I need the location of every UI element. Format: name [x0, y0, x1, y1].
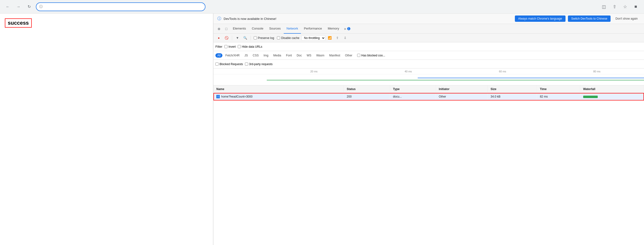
- extensions-icon[interactable]: ■: [632, 2, 640, 11]
- blocked-requests-checkbox[interactable]: [216, 62, 218, 66]
- invert-text: Invert: [228, 45, 236, 48]
- dismiss-button[interactable]: Don't show again: [613, 15, 640, 22]
- type-btn-ws[interactable]: WS: [305, 53, 313, 58]
- cell-time: 82 ms: [537, 93, 580, 100]
- disable-cache-checkbox[interactable]: [277, 36, 280, 39]
- throttle-select[interactable]: No throttling Online Fast 3G Slow 3G Off…: [302, 35, 326, 41]
- timeline-chart: [267, 74, 644, 85]
- back-button[interactable]: ←: [4, 3, 12, 11]
- clear-button[interactable]: 🚫: [223, 35, 230, 41]
- third-party-text: 3rd-party requests: [249, 62, 272, 66]
- timeline-ruler: 20 ms 40 ms 60 ms 80 ms: [214, 68, 644, 74]
- disable-cache-text: Disable cache: [281, 36, 299, 40]
- url-input[interactable]: localhost/home?headCount=3000: [44, 4, 202, 9]
- request-name: home?headCount=3000: [221, 95, 252, 98]
- wifi-icon[interactable]: 📶: [326, 35, 333, 41]
- refresh-button[interactable]: ↻: [25, 3, 33, 11]
- preserve-log-checkbox[interactable]: [254, 36, 257, 39]
- network-table: Name Status Type Initiator Size Time Wat…: [214, 85, 644, 245]
- has-blocked-cookie-checkbox[interactable]: [357, 54, 360, 57]
- screen-share-icon[interactable]: ◫: [600, 2, 608, 11]
- devtools-tabs: ⊕ □ Elements Console Sources Network Per…: [214, 24, 644, 34]
- doc-icon: ☷: [216, 95, 220, 98]
- timeline-mark-40: 40 ms: [361, 70, 455, 73]
- notification-icon: ⓘ: [217, 16, 221, 21]
- tab-memory[interactable]: Memory: [325, 24, 342, 34]
- blocked-bar: Blocked Requests 3rd-party requests: [214, 60, 644, 68]
- cell-name: ☷ home?headCount=3000: [214, 93, 344, 100]
- share-icon[interactable]: ⇧: [610, 2, 619, 11]
- type-btn-js[interactable]: JS: [242, 53, 250, 58]
- tab-cursor-icon[interactable]: ⊕: [216, 25, 223, 32]
- tab-more[interactable]: » 1: [342, 24, 352, 34]
- hide-data-urls-checkbox[interactable]: [238, 45, 241, 48]
- switch-chinese-button[interactable]: Switch DevTools to Chinese: [568, 15, 611, 22]
- type-btn-other[interactable]: Other: [343, 53, 354, 58]
- col-time: Time: [537, 85, 580, 93]
- download-icon[interactable]: ⇩: [342, 35, 349, 41]
- tab-performance-label: Performance: [304, 27, 322, 30]
- invert-checkbox[interactable]: [224, 45, 228, 48]
- tab-network[interactable]: Network: [284, 24, 301, 34]
- success-badge: success: [5, 18, 32, 28]
- tab-layout-icon[interactable]: □: [223, 25, 230, 32]
- toolbar-separator-1: [232, 35, 232, 40]
- tab-elements[interactable]: Elements: [230, 24, 249, 34]
- cell-status: 200: [344, 93, 390, 100]
- has-blocked-cookie-text: Has blocked coo...: [361, 54, 385, 57]
- info-icon: ⓘ: [39, 4, 43, 9]
- star-icon[interactable]: ☆: [621, 2, 630, 11]
- timeline-mark-80: 80 ms: [550, 70, 644, 73]
- type-btn-font[interactable]: Font: [284, 53, 294, 58]
- devtools-panel: ⓘ DevTools is now available in Chinese! …: [213, 13, 644, 245]
- type-btn-manifest[interactable]: Manifest: [327, 53, 342, 58]
- type-btn-doc[interactable]: Doc: [294, 53, 304, 58]
- cell-initiator: Other: [436, 93, 488, 100]
- third-party-checkbox[interactable]: [245, 62, 248, 66]
- filter-button[interactable]: ▼: [234, 35, 241, 41]
- cell-waterfall: [580, 93, 644, 100]
- disable-cache-label: Disable cache: [277, 36, 299, 40]
- tab-memory-label: Memory: [328, 27, 339, 30]
- search-button[interactable]: 🔍: [242, 35, 248, 41]
- success-text: success: [8, 20, 29, 26]
- record-button[interactable]: ●: [216, 35, 222, 41]
- type-btn-all[interactable]: All: [216, 53, 222, 58]
- waterfall-bar: [583, 96, 598, 98]
- type-btn-wasm[interactable]: Wasm: [314, 53, 326, 58]
- toolbar-separator-2: [250, 35, 251, 40]
- devtools-toolbar: ● 🚫 ▼ 🔍 Preserve log Disable cache No th…: [214, 34, 644, 42]
- hide-data-urls-label: Hide data URLs: [238, 45, 262, 48]
- type-btn-css[interactable]: CSS: [251, 53, 261, 58]
- type-btn-media[interactable]: Media: [271, 53, 283, 58]
- timeline-mark-20: 20 ms: [267, 70, 361, 73]
- page-content: success: [0, 13, 213, 245]
- notification-message: DevTools is now available in Chinese!: [224, 17, 512, 20]
- upload-icon[interactable]: ⇧: [334, 35, 341, 41]
- preserve-log-label: Preserve log: [254, 36, 274, 40]
- table-header-row: Name Status Type Initiator Size Time Wat…: [214, 85, 644, 93]
- tab-elements-label: Elements: [233, 27, 246, 30]
- col-type: Type: [390, 85, 436, 93]
- type-btn-img[interactable]: Img: [262, 53, 270, 58]
- forward-button[interactable]: →: [14, 3, 22, 11]
- devtools-notification: ⓘ DevTools is now available in Chinese! …: [214, 13, 644, 24]
- tab-sources[interactable]: Sources: [266, 24, 284, 34]
- tab-console-label: Console: [252, 27, 263, 30]
- cell-type: docu...: [390, 93, 436, 100]
- timeline-mark-60: 60 ms: [456, 70, 550, 73]
- tab-performance[interactable]: Performance: [301, 24, 325, 34]
- table-row[interactable]: ☷ home?headCount=3000 200 docu... Other …: [214, 93, 644, 100]
- col-initiator: Initiator: [436, 85, 488, 93]
- match-language-button[interactable]: Always match Chrome's language: [515, 15, 566, 22]
- type-btn-fetch[interactable]: Fetch/XHR: [224, 53, 242, 58]
- third-party-label: 3rd-party requests: [245, 62, 272, 66]
- timeline-blue-line: [418, 78, 644, 78]
- col-name: Name: [214, 85, 344, 93]
- type-filter-bar: All Fetch/XHR JS CSS Img Media Font Doc …: [214, 51, 644, 60]
- has-blocked-cookie-label: Has blocked coo...: [357, 54, 385, 57]
- filter-bar: Filter Invert Hide data URLs: [214, 42, 644, 51]
- preserve-log-text: Preserve log: [258, 36, 274, 40]
- col-status: Status: [344, 85, 390, 93]
- tab-console[interactable]: Console: [249, 24, 266, 34]
